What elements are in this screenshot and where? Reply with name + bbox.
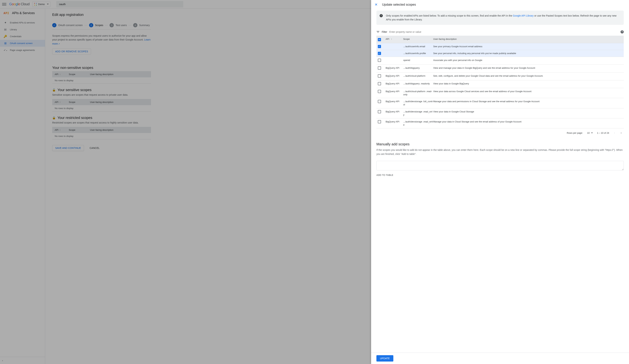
scope-checkbox[interactable] bbox=[378, 100, 381, 103]
scope-desc: Manage your data in Cloud Storage and se… bbox=[433, 120, 622, 123]
scope-path: .../auth/devstorage .full_control bbox=[403, 100, 433, 106]
scope-row: BigQuery API .../auth/cloud-platform .re… bbox=[376, 88, 624, 98]
select-all-checkbox[interactable] bbox=[378, 38, 381, 41]
scope-api: BigQuery API bbox=[386, 100, 403, 103]
scope-checkbox[interactable] bbox=[378, 66, 381, 70]
filter-icon[interactable] bbox=[376, 31, 380, 33]
page-range: 1 – 10 of 24 bbox=[597, 132, 609, 134]
scope-desc: See your personal info, including any pe… bbox=[433, 52, 622, 55]
scope-api: BigQuery API bbox=[386, 74, 403, 78]
sort-up-icon: ↑ bbox=[391, 38, 392, 40]
scope-row: .../auth/userinfo.profile See your perso… bbox=[376, 50, 624, 57]
scope-checkbox[interactable] bbox=[378, 59, 381, 62]
close-icon[interactable]: ✕ bbox=[375, 2, 379, 7]
scope-desc: View your data across Google Cloud servi… bbox=[433, 90, 622, 93]
help-icon[interactable]: ? bbox=[621, 30, 624, 33]
scope-checkbox[interactable] bbox=[378, 45, 381, 48]
scope-path: .../auth/cloud-platform .read-only bbox=[403, 90, 433, 96]
info-text-pre: Only scopes for enabled APIs are listed … bbox=[386, 14, 513, 17]
scope-desc: Manage your data and permissions in Clou… bbox=[433, 100, 622, 103]
scope-api: BigQuery API bbox=[386, 66, 403, 70]
scope-row: BigQuery API .../auth/cloud-platform See… bbox=[376, 73, 624, 80]
caret-down-icon bbox=[591, 132, 593, 133]
scope-api: BigQuery API bbox=[386, 110, 403, 113]
scope-row: BigQuery API .../auth/devstorage .read_w… bbox=[376, 118, 624, 128]
scope-checkbox[interactable] bbox=[378, 52, 381, 55]
scope-path: .../auth/bigquery .readonly bbox=[403, 82, 433, 85]
api-library-link[interactable]: Google API Library bbox=[513, 14, 534, 17]
scopes-side-panel: ✕ Update selected scopes i Only scopes f… bbox=[371, 0, 629, 364]
scope-api: BigQuery API bbox=[386, 120, 403, 123]
scope-checkbox[interactable] bbox=[378, 82, 381, 85]
scope-desc: See your primary Google Account email ad… bbox=[433, 45, 622, 48]
scope-path: openid bbox=[403, 59, 433, 62]
manual-scopes-textarea[interactable] bbox=[376, 161, 624, 170]
scope-desc: View and manage your data in Google BigQ… bbox=[433, 66, 622, 70]
scope-row: BigQuery API .../auth/bigquery View and … bbox=[376, 65, 624, 72]
manual-add-desc: If the scopes you would like to add do n… bbox=[376, 148, 624, 156]
table-pager: Rows per page: 10 1 – 10 of 24 ‹ › bbox=[376, 128, 624, 137]
scope-row: BigQuery API .../auth/devstorage .full_c… bbox=[376, 98, 624, 108]
scope-checkbox[interactable] bbox=[378, 120, 381, 123]
col-scope[interactable]: Scope bbox=[403, 38, 433, 41]
scope-row: openid Associate you with your personal … bbox=[376, 57, 624, 65]
scope-desc: View your data in Google Cloud Storage bbox=[433, 110, 622, 113]
scope-checkbox[interactable] bbox=[378, 90, 381, 93]
scope-path: .../auth/userinfo.email bbox=[403, 45, 433, 48]
scope-desc: Associate you with your personal info on… bbox=[433, 59, 622, 62]
filter-input[interactable] bbox=[389, 29, 619, 34]
scopes-table: API ↑ Scope User-facing description .../… bbox=[376, 36, 624, 129]
scope-row: .../auth/userinfo.email See your primary… bbox=[376, 43, 624, 50]
scope-path: .../auth/bigquery bbox=[403, 66, 433, 70]
scope-desc: View your data in Google BigQuery bbox=[433, 82, 622, 85]
add-to-table-button[interactable]: ADD TO TABLE bbox=[376, 174, 393, 176]
scope-checkbox[interactable] bbox=[378, 74, 381, 78]
scope-desc: See, edit, configure, and delete your Go… bbox=[433, 74, 622, 78]
col-desc[interactable]: User-facing description bbox=[433, 38, 622, 41]
panel-title: Update selected scopes bbox=[382, 3, 416, 6]
prev-page-button[interactable]: ‹ bbox=[613, 131, 616, 135]
scope-path: .../auth/cloud-platform bbox=[403, 74, 433, 78]
update-button[interactable]: UPDATE bbox=[376, 355, 393, 362]
scope-path: .../auth/userinfo.profile bbox=[403, 52, 433, 55]
info-icon: i bbox=[380, 14, 383, 17]
scope-api: BigQuery API bbox=[386, 90, 403, 93]
next-page-button[interactable]: › bbox=[620, 131, 622, 135]
rows-per-page-select[interactable]: 10 bbox=[587, 132, 593, 134]
scope-path: .../auth/devstorage .read_only bbox=[403, 110, 433, 116]
scope-checkbox[interactable] bbox=[378, 110, 381, 113]
col-api[interactable]: API ↑ bbox=[386, 38, 403, 41]
scope-api: BigQuery API bbox=[386, 82, 403, 85]
scope-row: BigQuery API .../auth/bigquery .readonly… bbox=[376, 80, 624, 88]
rows-per-page-label: Rows per page: bbox=[567, 132, 583, 134]
manual-add-heading: Manually add scopes bbox=[376, 142, 624, 146]
scope-row: BigQuery API .../auth/devstorage .read_o… bbox=[376, 108, 624, 118]
scope-path: .../auth/devstorage .read_write bbox=[403, 120, 433, 126]
info-banner: i Only scopes for enabled APIs are liste… bbox=[376, 10, 624, 25]
filter-label: Filter bbox=[382, 30, 387, 33]
